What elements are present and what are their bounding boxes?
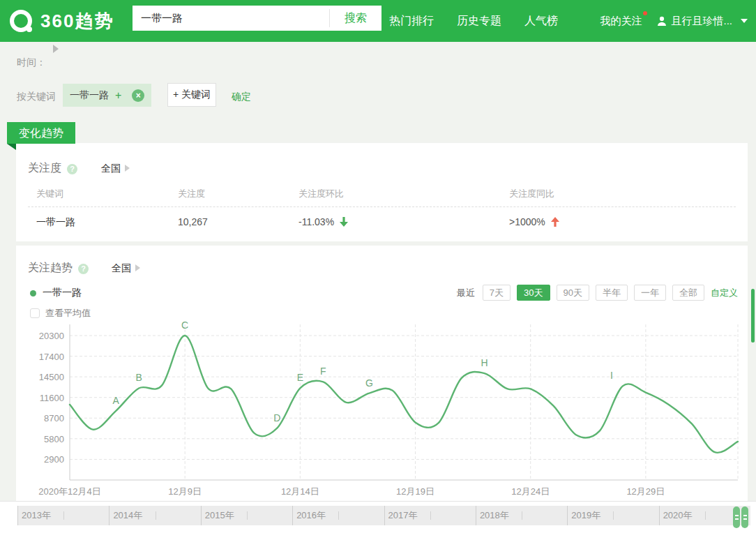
user-icon <box>657 16 667 27</box>
y-axis-tick-label: 8700 <box>44 413 64 423</box>
table-cell-mom: -11.03% <box>298 216 348 227</box>
timeline-year-2018年[interactable]: 2018年 <box>476 506 567 525</box>
username: 且行且珍惜... <box>671 15 732 28</box>
trend-line-series <box>70 336 738 453</box>
region-arrow-icon <box>125 165 130 172</box>
timeline-year-2017年[interactable]: 2017年 <box>384 506 476 525</box>
timeline-year-label: 2018年 <box>476 510 509 520</box>
search-box: 搜索 <box>133 6 381 31</box>
user-menu[interactable]: 且行且珍惜... <box>657 15 748 28</box>
point-label-B: B <box>135 372 142 383</box>
timeline-mid-tick <box>613 511 614 520</box>
logo-text: 360趋势 <box>40 9 114 33</box>
app-header: 360趋势 搜索 热门排行历史专题人气榜 我的关注 且行且珍惜... <box>0 0 756 42</box>
y-axis-tick-label: 2900 <box>44 454 64 465</box>
timeline-year-2019年[interactable]: 2019年 <box>567 506 658 525</box>
help-icon[interactable]: ? <box>67 164 77 174</box>
confirm-button[interactable]: 确定 <box>232 91 251 103</box>
point-label-H: H <box>481 357 488 368</box>
timeline-year-2015年[interactable]: 2015年 <box>201 506 292 525</box>
keyword-tag: 一带一路 + × <box>63 84 151 107</box>
table-header-cell: 关注度 <box>178 188 205 200</box>
point-label-F: F <box>320 366 326 377</box>
keyword-tag-text: 一带一路 <box>70 89 109 102</box>
timeline-year-label: 2016年 <box>293 510 326 520</box>
nav-item-2[interactable]: 历史专题 <box>457 14 501 29</box>
y-axis-tick-label: 11600 <box>40 393 64 403</box>
arrow-down-icon <box>340 217 348 227</box>
keyword-tag-close-icon[interactable]: × <box>132 89 144 102</box>
time-filter-label: 时间： <box>17 57 46 69</box>
timeline-year-label: 2014年 <box>109 510 142 520</box>
timeline-mid-tick <box>247 511 248 520</box>
x-axis-tick-label: 2020年12月4日 <box>38 486 101 497</box>
table-cell-yoy: >1000% <box>509 216 559 227</box>
main-area: 时间： 按关键词 一带一路 + × + 关键词 确定 变化趋势 关注度 ? 全国… <box>0 42 756 501</box>
timeline-panel: 2013年2014年2015年2016年2017年2018年2019年2020年 <box>0 501 756 533</box>
timeline-mid-tick <box>338 511 339 520</box>
timeline-mid-tick <box>63 511 64 520</box>
logo[interactable]: 360趋势 <box>10 9 114 33</box>
point-label-I: I <box>610 370 613 381</box>
attention-card-title: 关注度 <box>28 161 61 176</box>
keyword-filter-label: 按关键词 <box>17 91 56 103</box>
table-divider <box>28 207 736 207</box>
timeline-strip[interactable]: 2013年2014年2015年2016年2017年2018年2019年2020年 <box>17 506 750 525</box>
header-right: 我的关注 且行且珍惜... <box>600 0 748 42</box>
timeline-year-2013年[interactable]: 2013年 <box>17 506 109 525</box>
timeline-year-label: 2017年 <box>385 510 418 520</box>
logo-360-icon <box>10 10 33 32</box>
x-axis-tick-label: 12月19日 <box>396 486 434 497</box>
y-axis-tick-label: 20300 <box>39 331 64 341</box>
y-axis-tick-label: 14500 <box>39 372 64 382</box>
scrollbar-thumb[interactable] <box>751 289 755 343</box>
trend-line-chart[interactable]: 290058008700116001450017400203002020年12月… <box>16 246 748 501</box>
timeline-mid-tick <box>156 511 156 520</box>
timeline-year-label: 2013年 <box>18 510 51 520</box>
my-follow-link[interactable]: 我的关注 <box>600 15 642 28</box>
x-axis-tick-label: 12月29日 <box>626 486 665 497</box>
table-header-cell: 关键词 <box>36 188 63 200</box>
x-axis-tick-label: 12月24日 <box>511 486 550 497</box>
table-header-cell: 关注度同比 <box>509 188 554 200</box>
attention-card: 关注度 ? 全国 关键词关注度关注度环比关注度同比 一带一路10,267-11.… <box>16 143 748 241</box>
range-slider-right-handle[interactable] <box>741 506 748 528</box>
table-cell-keyword: 一带一路 <box>36 216 75 229</box>
timeline-year-label: 2015年 <box>202 510 234 520</box>
trend-card: 关注趋势 ? 全国 一带一路 最近 7天30天90天半年一年全部自定义 查看平均… <box>16 246 748 501</box>
arrow-up-icon <box>551 217 559 227</box>
search-button[interactable]: 搜索 <box>330 6 381 31</box>
y-axis-tick-label: 17400 <box>39 352 64 362</box>
section-ribbon: 变化趋势 <box>7 122 75 144</box>
notification-dot <box>643 11 647 15</box>
nav-item-1[interactable]: 热门排行 <box>389 14 434 29</box>
timeline-mid-tick <box>522 511 522 520</box>
my-follow-label: 我的关注 <box>600 15 642 27</box>
add-keyword-button[interactable]: + 关键词 <box>167 83 216 107</box>
collapse-arrow-icon[interactable] <box>53 45 59 53</box>
y-axis-tick-label: 5800 <box>44 434 64 444</box>
point-label-C: C <box>181 320 188 331</box>
ribbon-fold <box>7 144 16 150</box>
timeline-year-2016年[interactable]: 2016年 <box>292 506 384 525</box>
nav-item-3[interactable]: 人气榜 <box>524 14 558 29</box>
timeline-year-label: 2020年 <box>660 510 693 520</box>
keyword-tag-plus-icon[interactable]: + <box>115 89 121 102</box>
timeline-year-label: 2019年 <box>568 510 600 520</box>
x-axis-tick-label: 12月9日 <box>168 486 202 497</box>
x-axis-tick-label: 12月14日 <box>281 486 319 497</box>
range-slider-left-handle[interactable] <box>733 506 740 528</box>
timeline-mid-tick <box>430 511 431 520</box>
point-label-D: D <box>273 412 280 423</box>
search-input[interactable] <box>133 6 329 31</box>
table-cell-value: 10,267 <box>178 216 208 227</box>
point-label-A: A <box>112 395 119 406</box>
timeline-year-2014年[interactable]: 2014年 <box>109 506 200 525</box>
table-header-cell: 关注度环比 <box>298 188 344 200</box>
timeline-mid-tick <box>705 511 706 520</box>
region-selector[interactable]: 全国 <box>101 163 121 175</box>
point-label-E: E <box>297 372 303 383</box>
top-nav: 热门排行历史专题人气榜 <box>389 0 558 42</box>
point-label-G: G <box>365 377 373 389</box>
chevron-down-icon <box>741 19 748 23</box>
